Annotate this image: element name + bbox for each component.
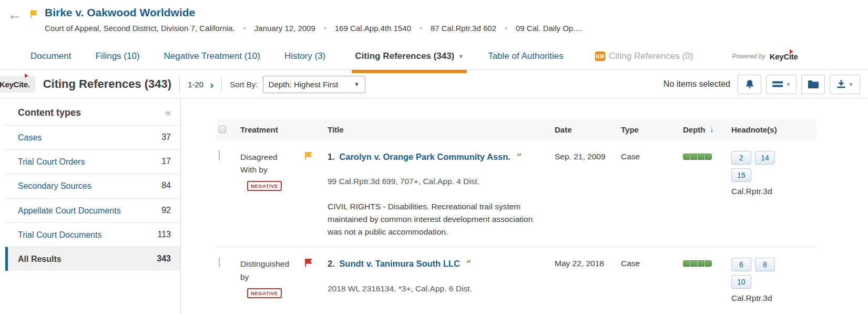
bell-icon: [744, 79, 755, 89]
yellow-flag-icon: [29, 9, 39, 22]
red-flag-icon: [303, 261, 314, 270]
sidebar-item-trial-court-documents[interactable]: Trial Court Documents 113: [5, 222, 180, 247]
sidebar-item-trial-court-orders[interactable]: Trial Court Orders 17: [5, 149, 180, 174]
tab-negative-treatment[interactable]: Negative Treatment (10): [164, 43, 260, 69]
citation-text: 2018 WL 2316134, *3+, Cal.App. 6 Dist.: [328, 284, 555, 293]
alert-bell-button[interactable]: [738, 75, 761, 94]
treatment-text: Distinguished by: [240, 258, 293, 283]
table-row: Distinguished by NEGATIVE 2. Sundt v. Ta…: [217, 247, 816, 311]
case-link[interactable]: Sundt v. Tanimura South LLC: [339, 259, 459, 268]
select-all-checkbox[interactable]: [219, 126, 226, 133]
keycite-logo-box: KeyCite.: [0, 76, 35, 93]
tab-history[interactable]: History (3): [284, 43, 325, 69]
keycite-red-flag-icon: [790, 49, 793, 54]
type-cell: Case: [621, 258, 683, 303]
meta-separator: ●: [504, 25, 508, 31]
result-number: 2.: [328, 259, 335, 268]
column-header-depth[interactable]: Depth ↓: [683, 125, 731, 134]
count-badge: 92: [161, 206, 171, 215]
pagination-range: 1-20: [188, 80, 203, 89]
content-types-sidebar: Content types « Cases 37 Trial Court Ord…: [5, 98, 181, 314]
folder-button[interactable]: [801, 75, 825, 94]
results-title: Citing References (343): [43, 77, 172, 91]
case-title[interactable]: Birke v. Oakwood Worldwide: [45, 6, 195, 19]
count-badge: 113: [157, 230, 171, 239]
keycite-red-flag-icon: [25, 74, 28, 78]
yellow-flag-icon: [303, 154, 314, 163]
list-options-icon: [772, 80, 783, 88]
sort-by-label: Sort By:: [230, 80, 258, 89]
sidebar-heading: Content types: [18, 107, 81, 118]
tab-document[interactable]: Document: [30, 43, 71, 69]
meta-separator: ●: [243, 25, 247, 31]
headnote-badge[interactable]: 14: [755, 151, 775, 165]
selection-status: No items selected: [663, 79, 730, 89]
sidebar-item-cases[interactable]: Cases 37: [5, 125, 180, 149]
table-header-row: Treatment Title Date Type Depth ↓ Headno…: [217, 118, 816, 140]
citation-1: 169 Cal.App.4th 1540: [335, 24, 411, 33]
chevron-down-icon: ▼: [354, 81, 360, 87]
citation-3: 09 Cal. Daily Op....: [516, 24, 582, 33]
treatment-text: Disagreed With by: [240, 151, 293, 176]
divider: [221, 77, 222, 92]
column-header-headnotes[interactable]: Headnote(s): [731, 125, 816, 134]
meta-separator: ●: [323, 25, 327, 31]
headnote-badge[interactable]: 2: [731, 151, 751, 165]
sort-dropdown-value: Depth: Highest First: [269, 80, 339, 89]
row-checkbox[interactable]: [219, 257, 220, 267]
count-badge: 343: [157, 254, 171, 264]
tab-citing-references[interactable]: Citing References (343) ▼: [355, 43, 464, 69]
km-badge-icon: KM: [595, 52, 605, 61]
court-line: Court of Appeal, Second District, Divisi…: [45, 24, 235, 33]
divider: [179, 77, 180, 92]
headnote-source: Cal.Rptr.3d: [731, 187, 816, 196]
list-options-button[interactable]: ▼: [766, 75, 796, 94]
count-badge: 17: [161, 157, 171, 166]
back-arrow-icon[interactable]: ←: [7, 6, 22, 23]
download-button[interactable]: ▼: [830, 75, 860, 94]
headnote-badge[interactable]: 6: [731, 258, 751, 271]
powered-by-label: Powered by: [732, 53, 765, 60]
collapse-sidebar-icon[interactable]: «: [165, 107, 171, 118]
depth-of-treatment-bars: [683, 258, 731, 267]
westlaw-citing-references-page: ← Birke v. Oakwood Worldwide Court of Ap…: [0, 0, 868, 314]
citing-references-table: Treatment Title Date Type Depth ↓ Headno…: [217, 98, 816, 311]
column-header-treatment[interactable]: Treatment: [240, 125, 303, 134]
headnote-badge[interactable]: 10: [731, 275, 751, 289]
sort-dropdown[interactable]: Depth: Highest First ▼: [263, 76, 365, 93]
type-cell: Case: [621, 151, 683, 238]
column-header-type[interactable]: Type: [621, 125, 683, 134]
citation-2: 87 Cal.Rptr.3d 602: [431, 24, 496, 33]
count-badge: 37: [161, 133, 171, 142]
date-cell: Sep. 21, 2009: [555, 151, 621, 238]
sidebar-item-all-results[interactable]: All Results 343: [5, 247, 180, 271]
quotation-marks-icon: ”: [516, 151, 522, 162]
headnote-badge[interactable]: 15: [731, 168, 751, 182]
count-badge: 84: [161, 181, 171, 190]
case-link[interactable]: Carolyn v. Orange Park Community Assn.: [339, 152, 510, 161]
headnote-badge[interactable]: 8: [755, 258, 775, 271]
tab-filings[interactable]: Filings (10): [95, 43, 139, 69]
date-cell: May 22, 2018: [555, 258, 621, 303]
results-toolbar: KeyCite. Citing References (343) 1-20 › …: [0, 70, 868, 98]
meta-separator: ●: [419, 25, 423, 31]
tab-table-of-authorities[interactable]: Table of Authorities: [488, 43, 564, 69]
case-meta-line: Court of Appeal, Second District, Divisi…: [45, 24, 582, 33]
next-page-chevron-icon[interactable]: ›: [210, 79, 213, 90]
sidebar-item-appellate-court-documents[interactable]: Appellate Court Documents 92: [5, 198, 180, 222]
sidebar-item-secondary-sources[interactable]: Secondary Sources 84: [5, 174, 180, 198]
chevron-down-icon: ▼: [849, 82, 854, 87]
tab-km-citing-references[interactable]: KM Citing References (0): [595, 43, 693, 69]
negative-badge: NEGATIVE: [247, 288, 282, 298]
table-row: Disagreed With by NEGATIVE 1. Carolyn v.…: [217, 140, 816, 247]
row-checkbox[interactable]: [219, 150, 220, 160]
column-header-date[interactable]: Date: [555, 125, 621, 134]
result-number: 1.: [328, 152, 335, 161]
keycite-logo: KeyCite: [770, 52, 798, 61]
case-summary: CIVIL RIGHTS - Disabilities. Recreationa…: [328, 200, 544, 238]
depth-of-treatment-bars: [683, 151, 731, 160]
download-icon: [836, 79, 846, 89]
chevron-down-icon: ▼: [786, 82, 791, 87]
column-header-title[interactable]: Title: [328, 125, 555, 134]
document-tab-bar: Document Filings (10) Negative Treatment…: [0, 43, 868, 70]
